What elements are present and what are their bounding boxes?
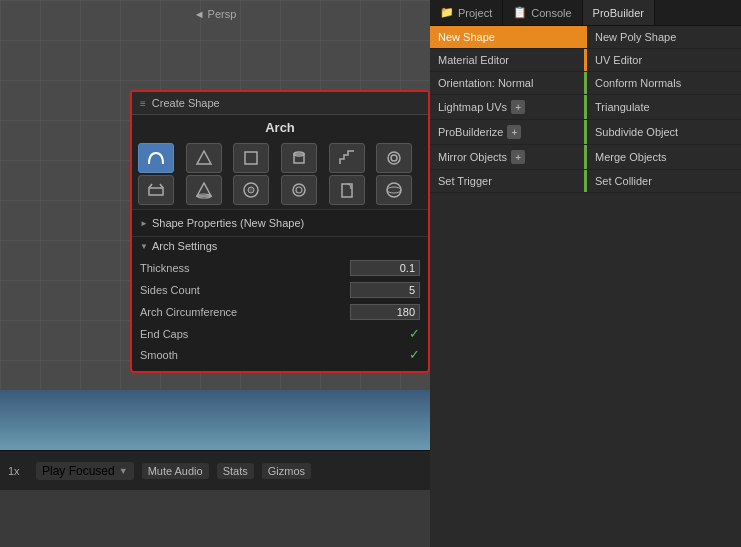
- sides-count-input[interactable]: [350, 282, 420, 298]
- new-poly-shape-button[interactable]: New Poly Shape: [587, 26, 741, 48]
- tab-project-label: Project: [458, 7, 492, 19]
- shape-btn-disc[interactable]: [233, 175, 269, 205]
- end-caps-checkbox[interactable]: ✓: [409, 326, 420, 341]
- shape-btn-cone[interactable]: [186, 175, 222, 205]
- create-shape-panel: ≡ Create Shape Arch: [130, 90, 430, 373]
- set-trigger-button[interactable]: Set Trigger: [430, 170, 584, 192]
- smooth-checkbox[interactable]: ✓: [409, 347, 420, 362]
- svg-point-19: [387, 187, 401, 193]
- right-panel: 📁 Project 📋 Console ProBuilder New Shape…: [430, 0, 741, 547]
- conform-normals-button[interactable]: Conform Normals: [587, 72, 741, 94]
- new-shape-button[interactable]: New Shape: [430, 26, 584, 48]
- svg-point-14: [248, 187, 254, 193]
- arch-settings: ▼ Arch Settings Thickness Sides Count Ar…: [132, 237, 428, 371]
- new-shape-label: New Shape: [438, 31, 495, 43]
- material-editor-button[interactable]: Material Editor: [430, 49, 584, 71]
- console-icon: 📋: [513, 6, 527, 19]
- orientation-button[interactable]: Orientation: Normal: [430, 72, 584, 94]
- uv-editor-button[interactable]: UV Editor: [587, 49, 741, 71]
- lightmap-plus-btn[interactable]: +: [511, 100, 525, 114]
- triangulate-button[interactable]: Triangulate: [587, 95, 741, 119]
- pb-row-3: Orientation: Normal Conform Normals: [430, 72, 741, 95]
- tab-console[interactable]: 📋 Console: [503, 0, 582, 25]
- smooth-checkmark: ✓: [409, 347, 420, 362]
- svg-rect-3: [245, 152, 257, 164]
- svg-rect-8: [149, 188, 163, 195]
- persp-label: ◄ Persp: [194, 8, 237, 20]
- arch-label: Arch: [132, 115, 428, 139]
- sky-gradient: [0, 390, 430, 450]
- subdivide-object-button[interactable]: Subdivide Object: [587, 120, 741, 144]
- pb-row-7: Set Trigger Set Collider: [430, 170, 741, 193]
- svg-marker-2: [197, 151, 211, 164]
- pb-row-6: Mirror Objects + Merge Objects: [430, 145, 741, 170]
- pb-content: New Shape New Poly Shape Material Editor…: [430, 26, 741, 547]
- arch-settings-label: Arch Settings: [152, 240, 217, 252]
- tabs-row: 📁 Project 📋 Console ProBuilder: [430, 0, 741, 26]
- tab-project[interactable]: 📁 Project: [430, 0, 503, 25]
- lightmap-uvs-label: Lightmap UVs: [438, 101, 507, 113]
- orientation-label: Orientation: Normal: [438, 77, 533, 89]
- thickness-label: Thickness: [140, 262, 190, 274]
- thickness-row: Thickness: [140, 257, 420, 279]
- arch-circumference-row: Arch Circumference: [140, 301, 420, 323]
- viewport: ◄ Persp ≡ Create Shape Arch: [0, 0, 430, 490]
- shape-btn-triangle[interactable]: [186, 143, 222, 173]
- gizmos-button[interactable]: Gizmos: [262, 463, 311, 479]
- shape-btn-plane[interactable]: [138, 175, 174, 205]
- material-editor-label: Material Editor: [438, 54, 509, 66]
- shape-properties-label: Shape Properties (New Shape): [152, 217, 304, 229]
- lightmap-uvs-button[interactable]: Lightmap UVs +: [430, 95, 584, 119]
- probuilderize-label: ProBuilderize: [438, 126, 503, 138]
- play-dropdown-arrow: ▼: [119, 466, 128, 476]
- shape-properties-header[interactable]: ► Shape Properties (New Shape): [140, 214, 420, 232]
- pb-row-5: ProBuilderize + Subdivide Object: [430, 120, 741, 145]
- shape-btn-stairs[interactable]: [329, 143, 365, 173]
- mirror-plus-btn[interactable]: +: [511, 150, 525, 164]
- svg-point-7: [391, 155, 397, 161]
- zoom-label: 1x: [8, 465, 28, 477]
- collapsed-arrow-icon: ►: [140, 219, 148, 228]
- merge-objects-button[interactable]: Merge Objects: [587, 145, 741, 169]
- stats-button[interactable]: Stats: [217, 463, 254, 479]
- shape-btn-door[interactable]: [329, 175, 365, 205]
- shape-btn-sphere[interactable]: [376, 175, 412, 205]
- pb-row-2: Material Editor UV Editor: [430, 49, 741, 72]
- subdivide-object-label: Subdivide Object: [595, 126, 678, 138]
- project-icon: 📁: [440, 6, 454, 19]
- arch-settings-header[interactable]: ▼ Arch Settings: [140, 237, 420, 257]
- shape-btn-arch[interactable]: [138, 143, 174, 173]
- probuilderize-plus-btn[interactable]: +: [507, 125, 521, 139]
- smooth-label: Smooth: [140, 349, 178, 361]
- mirror-objects-label: Mirror Objects: [438, 151, 507, 163]
- panel-title: Create Shape: [152, 97, 220, 109]
- new-poly-shape-label: New Poly Shape: [595, 31, 676, 43]
- tab-probuilder[interactable]: ProBuilder: [583, 0, 655, 25]
- sides-count-row: Sides Count: [140, 279, 420, 301]
- play-focused-button[interactable]: Play Focused ▼: [36, 462, 134, 480]
- set-collider-button[interactable]: Set Collider: [587, 170, 741, 192]
- end-caps-checkmark: ✓: [409, 326, 420, 341]
- shape-btn-torus[interactable]: [376, 143, 412, 173]
- tab-console-label: Console: [531, 7, 571, 19]
- smooth-row: Smooth ✓: [140, 344, 420, 365]
- end-caps-row: End Caps ✓: [140, 323, 420, 344]
- pb-row-4: Lightmap UVs + Triangulate: [430, 95, 741, 120]
- end-caps-label: End Caps: [140, 328, 188, 340]
- mirror-objects-button[interactable]: Mirror Objects +: [430, 145, 584, 169]
- pb-row-1: New Shape New Poly Shape: [430, 26, 741, 49]
- mute-audio-button[interactable]: Mute Audio: [142, 463, 209, 479]
- thickness-input[interactable]: [350, 260, 420, 276]
- arch-circumference-input[interactable]: [350, 304, 420, 320]
- shape-btn-cylinder[interactable]: [281, 143, 317, 173]
- tab-probuilder-label: ProBuilder: [593, 7, 644, 19]
- shape-btn-pipe[interactable]: [281, 175, 317, 205]
- probuilderize-button[interactable]: ProBuilderize +: [430, 120, 584, 144]
- shape-btn-box[interactable]: [233, 143, 269, 173]
- uv-editor-label: UV Editor: [595, 54, 642, 66]
- svg-point-18: [387, 183, 401, 197]
- svg-point-6: [388, 152, 400, 164]
- panel-menu-icon: ≡: [140, 98, 146, 109]
- svg-rect-15: [293, 184, 305, 196]
- expanded-arrow-icon: ▼: [140, 242, 148, 251]
